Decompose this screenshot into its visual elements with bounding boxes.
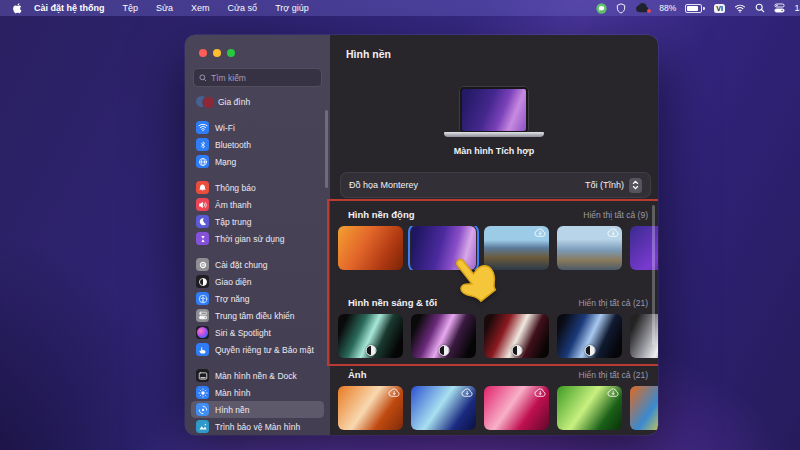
control-center-icon[interactable] — [774, 3, 785, 13]
download-cloud-icon — [534, 228, 546, 237]
graphics-row: Đồ họa Monterey Tối (Tĩnh) — [340, 172, 651, 198]
download-cloud-icon — [461, 388, 473, 397]
family-avatars — [196, 96, 212, 108]
graphics-label: Đồ họa Monterey — [349, 180, 418, 190]
menu-trợ-giúp[interactable]: Trợ giúp — [266, 3, 318, 13]
show-all-link[interactable]: Hiển thị tất cả (21) — [579, 370, 648, 380]
moon-icon — [196, 215, 209, 228]
sidebar-item-màn-hình-nền-dock[interactable]: Màn hình nền & Dock — [191, 367, 324, 384]
download-cloud-icon — [388, 388, 400, 397]
sidebar-item-thời-gian-sử-dụng[interactable]: Thời gian sử dụng — [191, 230, 324, 247]
battery-icon[interactable] — [685, 4, 705, 13]
globe-icon — [196, 155, 209, 168]
screensaver-icon — [196, 420, 209, 433]
wallpaper-thumb-metallic-purple[interactable] — [411, 314, 476, 358]
wallpaper-section: ẢnhHiển thị tất cả (21) — [330, 368, 658, 430]
wifi-icon — [196, 121, 209, 134]
sidebar-item-mạng[interactable]: Mạng — [191, 153, 324, 170]
appearance-icon — [196, 275, 209, 288]
messages-icon[interactable] — [596, 3, 607, 14]
search-placeholder: Tìm kiếm — [211, 73, 246, 83]
sidebar-item-thông-báo[interactable]: Thông báo — [191, 179, 324, 196]
speaker-icon — [196, 198, 209, 211]
wallpaper-thumb-metallic-red[interactable] — [484, 314, 549, 358]
menu-sửa[interactable]: Sửa — [147, 3, 182, 13]
zoom-button[interactable] — [227, 49, 235, 57]
display-name-label: Màn hình Tích hợp — [330, 146, 658, 156]
sidebar-item-tập-trung[interactable]: Tập trung — [191, 213, 324, 230]
bell-icon — [196, 181, 209, 194]
settings-sidebar: Tìm kiếm Gia đìnhWi-FiBluetoothMạngThông… — [185, 35, 330, 435]
sidebar-item-giao-diện[interactable]: Giao diện — [191, 273, 324, 290]
macbook-base — [444, 132, 544, 137]
sidebar-item-hình-nền[interactable]: Hình nền — [191, 401, 324, 418]
wallpaper-thumb-ventura-orange[interactable] — [338, 226, 403, 270]
sidebar-item-label: Âm thanh — [215, 200, 251, 210]
wallpaper-icon — [196, 403, 209, 416]
sidebar-item-cài-đặt-chung[interactable]: Cài đặt chung — [191, 256, 324, 273]
sidebar-item-label: Cài đặt chung — [215, 260, 267, 270]
sidebar-item-label: Trình bảo vệ Màn hình — [215, 422, 300, 432]
dock-icon — [196, 369, 209, 382]
sidebar-scrollbar[interactable] — [325, 110, 328, 188]
sidebar-item-label: Siri & Spotlight — [215, 328, 271, 338]
main-scrollbar[interactable] — [652, 205, 655, 345]
sidebar-item-label: Giao diện — [215, 277, 251, 287]
close-button[interactable] — [199, 49, 207, 57]
macbook-screen-preview — [460, 87, 528, 133]
sidebar-item-label: Thông báo — [215, 183, 256, 193]
wallpaper-thumb-metallic-teal[interactable] — [338, 314, 403, 358]
siri-icon — [196, 326, 209, 339]
graphics-dropdown[interactable] — [629, 178, 642, 193]
menu-tệp[interactable]: Tệp — [114, 3, 148, 13]
wallpaper-thumb-big-sur-coast[interactable] — [484, 226, 549, 270]
display-preview: Màn hình Tích hợp — [330, 87, 658, 156]
sidebar-item-bluetooth[interactable]: Bluetooth — [191, 136, 324, 153]
sidebar-item-wi-fi[interactable]: Wi-Fi — [191, 119, 324, 136]
wifi-icon[interactable] — [734, 4, 746, 13]
show-all-link[interactable]: Hiển thị tất cả (9) — [583, 210, 648, 220]
sidebar-item-âm-thanh[interactable]: Âm thanh — [191, 196, 324, 213]
wallpaper-thumb-swirl-orange[interactable] — [338, 386, 403, 430]
show-all-link[interactable]: Hiển thị tất cả (21) — [579, 298, 648, 308]
minimize-button[interactable] — [213, 49, 221, 57]
sidebar-item-trung-tâm-điều-khiển[interactable]: Trung tâm điều khiển — [191, 307, 324, 324]
menu-bar: Cài đặt hệ thống TệpSửaXemCửa sổTrợ giúp… — [0, 0, 800, 16]
sidebar-item-label: Bluetooth — [215, 140, 251, 150]
sidebar-item-label: Wi-Fi — [215, 123, 235, 133]
sidebar-item-label: Gia đình — [218, 97, 250, 107]
search-input[interactable]: Tìm kiếm — [193, 68, 322, 87]
download-cloud-icon — [534, 388, 546, 397]
wallpaper-thumb-catalina-island[interactable] — [557, 226, 622, 270]
spotlight-icon[interactable] — [755, 3, 765, 13]
sidebar-item-trình-bảo-vệ-màn-hình[interactable]: Trình bảo vệ Màn hình — [191, 418, 324, 435]
menu-xem[interactable]: Xem — [182, 3, 219, 13]
shield-icon[interactable] — [616, 3, 626, 14]
active-app-name[interactable]: Cài đặt hệ thống — [25, 3, 114, 13]
hourglass-icon — [196, 232, 209, 245]
wallpaper-thumb-swirl-pink[interactable] — [484, 386, 549, 430]
section-title: Hình nền động — [348, 209, 415, 220]
sidebar-item-màn-hình[interactable]: Màn hình — [191, 384, 324, 401]
sidebar-item-label: Mạng — [215, 157, 236, 167]
cloud-icon[interactable] — [635, 3, 650, 13]
wallpaper-section: Hình nền sáng & tốiHiển thị tất cả (21) — [330, 296, 658, 358]
apple-menu-icon[interactable] — [9, 2, 25, 14]
sidebar-item-label: Tập trung — [215, 217, 251, 227]
input-source-badge[interactable]: VI — [714, 4, 726, 13]
menu-bar-clock[interactable]: 14: — [794, 3, 800, 13]
menu-cửa-sổ[interactable]: Cửa sổ — [219, 3, 267, 13]
sidebar-item-siri-spotlight[interactable]: Siri & Spotlight — [191, 324, 324, 341]
wallpaper-thumb-swirl-multicolor[interactable] — [630, 386, 658, 430]
wallpaper-thumb-metallic-blue[interactable] — [557, 314, 622, 358]
sidebar-item-quyền-riêng-tư-bảo-mật[interactable]: Quyền riêng tư & Bảo mật — [191, 341, 324, 358]
sidebar-item-trợ-năng[interactable]: Trợ năng — [191, 290, 324, 307]
wallpaper-thumb-monterey-purple[interactable] — [411, 226, 476, 270]
wallpaper-thumb-swirl-green[interactable] — [557, 386, 622, 430]
chevron-up-down-icon — [632, 180, 639, 190]
sidebar-item-label: Trung tâm điều khiển — [215, 311, 295, 321]
light-dark-badge-icon — [438, 345, 449, 356]
sidebar-item-label: Màn hình nền & Dock — [215, 371, 297, 381]
wallpaper-thumb-swirl-blue[interactable] — [411, 386, 476, 430]
sidebar-item-gia-đình[interactable]: Gia đình — [191, 93, 324, 110]
